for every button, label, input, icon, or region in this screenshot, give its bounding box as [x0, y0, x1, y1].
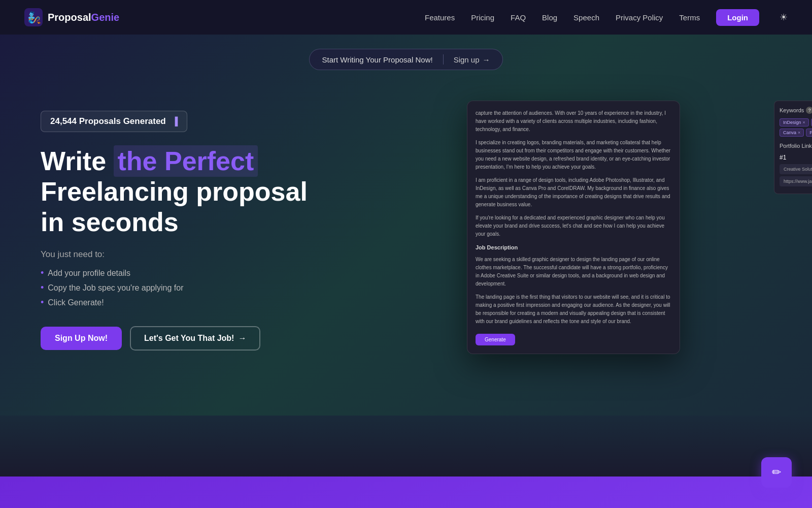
banner-divider [443, 54, 444, 65]
hero-list: Add your profile details Copy the Job sp… [41, 268, 315, 308]
keywords-panel: Keywords ? + InDesign × Illustrator × Ca… [774, 101, 812, 194]
nav-pricing[interactable]: Pricing [471, 13, 494, 22]
banner-text: Start Writing Your Proposal Now! [322, 55, 432, 64]
spacer [0, 416, 812, 477]
portfolio-links-header: Portfolio Links ? + [780, 142, 812, 150]
hero-buttons: Sign Up Now! Let's Get You That Job! → [41, 326, 315, 351]
portfolio-link-1: Creative Solutions for Bold Brands [780, 164, 812, 174]
hero-subtitle: You just need to: [41, 249, 315, 260]
generate-button[interactable]: Generate [476, 334, 515, 345]
logo: 🧞 ProposalGenie [24, 8, 119, 26]
kw-remove-indesign[interactable]: × [803, 120, 805, 125]
counter-text: 24,544 Proposals Generated [50, 116, 166, 126]
mock-para-2: I am proficient in a range of design too… [476, 176, 671, 209]
nav-speech[interactable]: Speech [573, 13, 599, 22]
logo-text: ProposalGenie [48, 12, 119, 23]
login-button[interactable]: Login [716, 9, 759, 26]
kw-remove-canva[interactable]: × [798, 130, 800, 135]
nav-privacy[interactable]: Privacy Policy [616, 13, 663, 22]
keywords-tags: InDesign × Illustrator × Canva × Photosh… [780, 118, 812, 137]
portfolio-number: #1 [780, 154, 786, 161]
list-item: Copy the Job spec you're applying for [41, 282, 315, 293]
mock-job-para-0: We are seeking a skilled graphic designe… [476, 256, 671, 288]
get-job-button[interactable]: Let's Get You That Job! → [130, 326, 260, 351]
job-description-title: Job Description [476, 243, 671, 252]
svg-text:🧞: 🧞 [27, 11, 42, 24]
header: 🧞 ProposalGenie Features Pricing FAQ Blo… [0, 0, 812, 35]
hero-right: capture the attention of audiences. With… [467, 101, 771, 354]
hero-content: 24,544 Proposals Generated ▐ Write the P… [41, 101, 771, 354]
signup-button[interactable]: Sign Up Now! [41, 327, 122, 350]
list-item: Click Generate! [41, 297, 315, 308]
top-banner: Start Writing Your Proposal Now! Sign up… [41, 35, 771, 80]
keywords-help-icon: ? [806, 107, 812, 114]
kw-tag-indesign: InDesign × [780, 118, 809, 126]
chat-icon: ✏ [772, 466, 781, 479]
nav-blog[interactable]: Blog [542, 13, 557, 22]
lower-section: What Proposal Genie Can Do for You? Expl… [0, 477, 812, 508]
list-item: Add your profile details [41, 268, 315, 278]
nav-terms[interactable]: Terms [679, 13, 700, 22]
banner-link[interactable]: Sign up → [454, 55, 490, 64]
kw-tag-canva: Canva × [780, 129, 804, 137]
keywords-title: Keywords ? + [780, 106, 812, 114]
chat-button[interactable]: ✏ [761, 457, 792, 488]
hero-title: Write the Perfect Freelancing proposal i… [41, 146, 315, 237]
hero-left: 24,544 Proposals Generated ▐ Write the P… [41, 101, 315, 351]
banner-pill: Start Writing Your Proposal Now! Sign up… [309, 49, 502, 70]
mock-content: capture the attention of audiences. With… [467, 101, 680, 330]
hero-section: Start Writing Your Proposal Now! Sign up… [0, 35, 812, 416]
nav-faq[interactable]: FAQ [511, 13, 526, 22]
mock-para-1: I specialize in creating logos, branding… [476, 139, 671, 171]
mock-job-para-1: The landing page is the first thing that… [476, 293, 671, 326]
portfolio-link-2: https://www.jakegraphicdesigner.c [780, 176, 812, 186]
logo-icon: 🧞 [24, 8, 43, 26]
portfolio-number-row: #1 × [780, 153, 812, 162]
counter-icon: ▐ [172, 117, 178, 126]
mock-para-3: If you're looking for a dedicated and ex… [476, 214, 671, 238]
main-nav: Features Pricing FAQ Blog Speech Privacy… [425, 9, 788, 26]
theme-toggle-button[interactable]: ☀ [780, 12, 788, 23]
kw-tag-photoshop: Photoshop × [806, 129, 812, 137]
portfolio-title: Portfolio Links [780, 143, 812, 149]
nav-features[interactable]: Features [425, 13, 455, 22]
mock-panel: capture the attention of audiences. With… [467, 101, 680, 354]
mock-para-0: capture the attention of audiences. With… [476, 109, 671, 134]
proposals-counter: 24,544 Proposals Generated ▐ [41, 111, 187, 132]
